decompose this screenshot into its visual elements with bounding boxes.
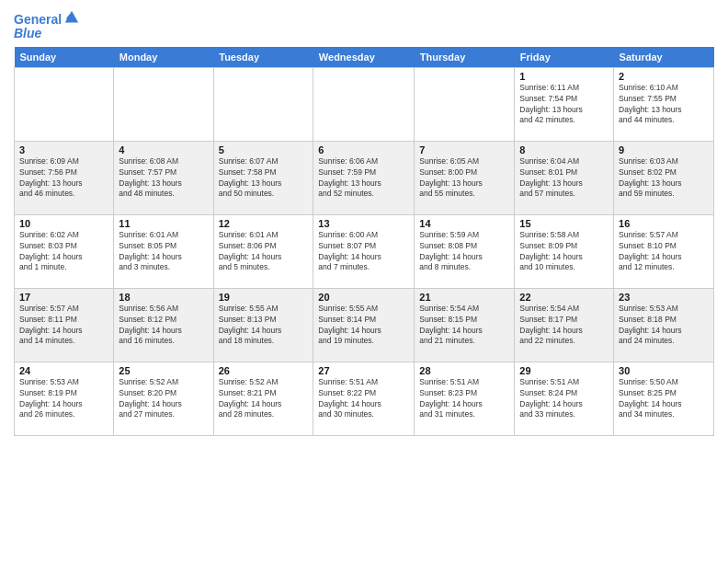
day-number: 13	[318, 218, 409, 229]
day-info: Sunrise: 5:54 AM Sunset: 8:17 PM Dayligh…	[519, 304, 609, 348]
day-info: Sunrise: 6:01 AM Sunset: 8:05 PM Dayligh…	[119, 230, 208, 274]
calendar-cell: 27Sunrise: 5:51 AM Sunset: 8:22 PM Dayli…	[313, 362, 415, 435]
weekday-header-saturday: Saturday	[614, 47, 714, 68]
calendar-cell: 24Sunrise: 5:53 AM Sunset: 8:19 PM Dayli…	[15, 362, 114, 435]
day-number: 23	[619, 292, 709, 303]
calendar-cell: 22Sunrise: 5:54 AM Sunset: 8:17 PM Dayli…	[515, 288, 614, 362]
day-info: Sunrise: 5:53 AM Sunset: 8:18 PM Dayligh…	[619, 304, 709, 348]
day-number: 25	[119, 365, 208, 376]
day-info: Sunrise: 5:54 AM Sunset: 8:15 PM Dayligh…	[419, 304, 509, 348]
calendar-cell: 28Sunrise: 5:51 AM Sunset: 8:23 PM Dayli…	[415, 362, 515, 435]
calendar-cell: 19Sunrise: 5:55 AM Sunset: 8:13 PM Dayli…	[213, 288, 313, 362]
day-number: 3	[19, 144, 108, 155]
logo: General Blue	[14, 13, 80, 41]
calendar-cell	[415, 67, 515, 141]
day-info: Sunrise: 6:11 AM Sunset: 7:54 PM Dayligh…	[519, 83, 609, 127]
logo-text: General	[14, 13, 62, 27]
calendar-cell: 10Sunrise: 6:02 AM Sunset: 8:03 PM Dayli…	[15, 214, 114, 288]
day-number: 20	[318, 292, 409, 303]
calendar-cell: 18Sunrise: 5:56 AM Sunset: 8:12 PM Dayli…	[114, 288, 213, 362]
day-number: 4	[119, 144, 208, 155]
calendar-week-row-4: 17Sunrise: 5:57 AM Sunset: 8:11 PM Dayli…	[15, 288, 714, 362]
calendar-cell: 12Sunrise: 6:01 AM Sunset: 8:06 PM Dayli…	[213, 214, 313, 288]
day-info: Sunrise: 6:00 AM Sunset: 8:07 PM Dayligh…	[318, 230, 409, 274]
calendar-cell	[15, 67, 114, 141]
calendar-week-row-3: 10Sunrise: 6:02 AM Sunset: 8:03 PM Dayli…	[15, 214, 714, 288]
calendar-cell: 16Sunrise: 5:57 AM Sunset: 8:10 PM Dayli…	[614, 214, 714, 288]
calendar-cell: 6Sunrise: 6:06 AM Sunset: 7:59 PM Daylig…	[313, 141, 415, 214]
svg-marker-0	[65, 10, 78, 22]
weekday-header-sunday: Sunday	[15, 47, 114, 68]
day-number: 24	[19, 365, 108, 376]
day-number: 18	[119, 292, 208, 303]
day-info: Sunrise: 6:03 AM Sunset: 8:02 PM Dayligh…	[619, 156, 709, 201]
calendar-cell: 26Sunrise: 5:52 AM Sunset: 8:21 PM Dayli…	[213, 362, 313, 435]
calendar-cell: 14Sunrise: 5:59 AM Sunset: 8:08 PM Dayli…	[415, 214, 515, 288]
day-info: Sunrise: 5:50 AM Sunset: 8:25 PM Dayligh…	[619, 377, 709, 421]
calendar-cell	[313, 67, 415, 141]
day-info: Sunrise: 5:57 AM Sunset: 8:10 PM Dayligh…	[619, 230, 709, 274]
day-number: 7	[419, 144, 509, 155]
day-number: 29	[519, 365, 609, 376]
day-number: 2	[619, 71, 709, 82]
logo-blue-text: Blue	[14, 27, 80, 40]
day-info: Sunrise: 5:51 AM Sunset: 8:23 PM Dayligh…	[419, 377, 509, 421]
day-number: 28	[419, 365, 509, 376]
day-info: Sunrise: 5:56 AM Sunset: 8:12 PM Dayligh…	[119, 304, 208, 348]
day-number: 15	[519, 218, 609, 229]
day-number: 30	[619, 365, 709, 376]
day-number: 5	[219, 144, 309, 155]
calendar-cell: 8Sunrise: 6:04 AM Sunset: 8:01 PM Daylig…	[515, 141, 614, 214]
day-info: Sunrise: 5:55 AM Sunset: 8:14 PM Dayligh…	[318, 304, 409, 348]
day-number: 11	[119, 218, 208, 229]
weekday-header-tuesday: Tuesday	[213, 47, 313, 68]
day-info: Sunrise: 5:58 AM Sunset: 8:09 PM Dayligh…	[519, 230, 609, 274]
calendar-week-row-2: 3Sunrise: 6:09 AM Sunset: 7:56 PM Daylig…	[15, 141, 714, 214]
weekday-header-thursday: Thursday	[415, 47, 515, 68]
calendar-cell: 11Sunrise: 6:01 AM Sunset: 8:05 PM Dayli…	[114, 214, 213, 288]
calendar-cell: 3Sunrise: 6:09 AM Sunset: 7:56 PM Daylig…	[15, 141, 114, 214]
header: General Blue	[14, 9, 714, 41]
day-number: 22	[519, 292, 609, 303]
calendar-cell: 21Sunrise: 5:54 AM Sunset: 8:15 PM Dayli…	[415, 288, 515, 362]
calendar-cell: 23Sunrise: 5:53 AM Sunset: 8:18 PM Dayli…	[614, 288, 714, 362]
weekday-header-wednesday: Wednesday	[313, 47, 415, 68]
day-number: 8	[519, 144, 609, 155]
day-info: Sunrise: 6:02 AM Sunset: 8:03 PM Dayligh…	[19, 230, 108, 274]
day-info: Sunrise: 6:08 AM Sunset: 7:57 PM Dayligh…	[119, 156, 208, 201]
day-info: Sunrise: 5:51 AM Sunset: 8:22 PM Dayligh…	[318, 377, 409, 421]
day-number: 6	[318, 144, 409, 155]
calendar-cell: 17Sunrise: 5:57 AM Sunset: 8:11 PM Dayli…	[15, 288, 114, 362]
weekday-header-friday: Friday	[515, 47, 614, 68]
calendar-week-row-1: 1Sunrise: 6:11 AM Sunset: 7:54 PM Daylig…	[15, 67, 714, 141]
day-info: Sunrise: 6:07 AM Sunset: 7:58 PM Dayligh…	[219, 156, 309, 201]
day-info: Sunrise: 5:59 AM Sunset: 8:08 PM Dayligh…	[419, 230, 509, 274]
day-info: Sunrise: 5:55 AM Sunset: 8:13 PM Dayligh…	[219, 304, 309, 348]
day-number: 27	[318, 365, 409, 376]
calendar-cell: 1Sunrise: 6:11 AM Sunset: 7:54 PM Daylig…	[515, 67, 614, 141]
day-number: 12	[219, 218, 309, 229]
calendar-cell: 30Sunrise: 5:50 AM Sunset: 8:25 PM Dayli…	[614, 362, 714, 435]
day-info: Sunrise: 6:01 AM Sunset: 8:06 PM Dayligh…	[219, 230, 309, 274]
day-number: 9	[619, 144, 709, 155]
day-info: Sunrise: 6:10 AM Sunset: 7:55 PM Dayligh…	[619, 83, 709, 127]
day-number: 17	[19, 292, 108, 303]
day-info: Sunrise: 5:52 AM Sunset: 8:21 PM Dayligh…	[219, 377, 309, 421]
day-info: Sunrise: 5:53 AM Sunset: 8:19 PM Dayligh…	[19, 377, 108, 421]
calendar-cell: 15Sunrise: 5:58 AM Sunset: 8:09 PM Dayli…	[515, 214, 614, 288]
calendar-cell: 29Sunrise: 5:51 AM Sunset: 8:24 PM Dayli…	[515, 362, 614, 435]
logo-icon	[63, 9, 80, 26]
calendar-cell: 9Sunrise: 6:03 AM Sunset: 8:02 PM Daylig…	[614, 141, 714, 214]
day-number: 21	[419, 292, 509, 303]
day-info: Sunrise: 5:51 AM Sunset: 8:24 PM Dayligh…	[519, 377, 609, 421]
day-info: Sunrise: 6:04 AM Sunset: 8:01 PM Dayligh…	[519, 156, 609, 201]
day-number: 19	[219, 292, 309, 303]
calendar-cell: 7Sunrise: 6:05 AM Sunset: 8:00 PM Daylig…	[415, 141, 515, 214]
weekday-header-monday: Monday	[114, 47, 213, 68]
calendar-cell	[213, 67, 313, 141]
day-info: Sunrise: 6:06 AM Sunset: 7:59 PM Dayligh…	[318, 156, 409, 201]
calendar-cell: 5Sunrise: 6:07 AM Sunset: 7:58 PM Daylig…	[213, 141, 313, 214]
calendar-cell: 2Sunrise: 6:10 AM Sunset: 7:55 PM Daylig…	[614, 67, 714, 141]
day-info: Sunrise: 6:05 AM Sunset: 8:00 PM Dayligh…	[419, 156, 509, 201]
calendar-week-row-5: 24Sunrise: 5:53 AM Sunset: 8:19 PM Dayli…	[15, 362, 714, 435]
